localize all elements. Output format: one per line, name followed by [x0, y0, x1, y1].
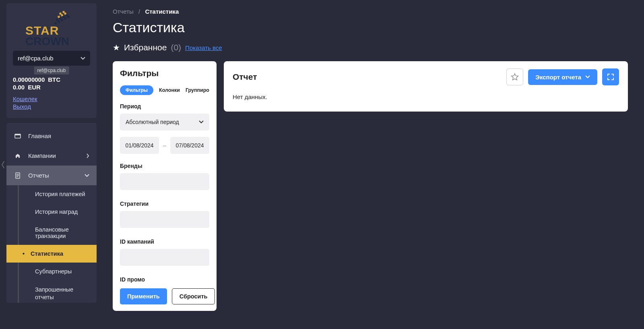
breadcrumb-root[interactable]: Отчеты	[113, 8, 134, 15]
nav-home[interactable]: Главная	[6, 126, 97, 146]
tab-filters[interactable]: Фильтры	[120, 85, 153, 95]
date-to[interactable]: 07/08/2024	[170, 137, 209, 154]
chevron-down-icon	[80, 57, 85, 60]
favorites-count: (0)	[171, 43, 181, 52]
collapse-handle[interactable]	[0, 159, 6, 170]
star-icon: ★	[113, 43, 120, 52]
favorite-report-button[interactable]	[506, 68, 523, 85]
period-label: Период	[120, 103, 209, 110]
apply-button[interactable]: Применить	[120, 288, 167, 304]
favorites-row: ★ Избранное (0) Показать все	[113, 43, 628, 52]
nav-campaigns[interactable]: Кампании	[6, 146, 97, 166]
subnav-payment-history[interactable]: История платежей	[18, 185, 97, 203]
export-report-button[interactable]: Экспорт отчета	[528, 69, 597, 85]
nav-reports[interactable]: Отчеты	[6, 166, 97, 185]
reset-button[interactable]: Сбросить	[172, 288, 215, 304]
subnav-rewards-history[interactable]: История наград	[18, 203, 97, 221]
period-select[interactable]: Абсолютный период	[120, 114, 209, 130]
nav-campaigns-label: Кампании	[28, 152, 56, 159]
breadcrumb: Отчеты / Статистика	[113, 8, 628, 15]
sidebar: STAR CROWN ref@cpa.club ref@cpa.club 0.0…	[6, 3, 97, 118]
nav-reports-label: Отчеты	[28, 172, 49, 179]
tab-group[interactable]: Группировать	[186, 87, 209, 93]
date-from[interactable]: 01/08/2024	[120, 137, 159, 154]
chevron-down-icon	[585, 75, 590, 79]
strategies-input[interactable]	[120, 211, 209, 228]
filters-title: Фильтры	[120, 68, 209, 78]
account-dropdown[interactable]: ref@cpa.club ref@cpa.club	[13, 51, 90, 66]
balance-eur: 0.00 EUR	[13, 84, 90, 91]
balance-btc: 0.00000000 BTC	[13, 76, 90, 83]
favorites-show-all[interactable]: Показать все	[185, 44, 222, 51]
reports-icon	[14, 172, 22, 179]
wallet-link[interactable]: Кошелек	[13, 95, 90, 102]
subnav-subpartners[interactable]: Субпартнеры	[18, 263, 97, 280]
nav: Главная Кампании Отчеты	[6, 123, 97, 303]
subnav-balance-tx[interactable]: Балансовые транзакции	[18, 221, 97, 245]
svg-text:CROWN: CROWN	[25, 35, 69, 47]
filter-tabs: Фильтры Колонки Группировать	[120, 85, 209, 95]
home-icon	[14, 133, 22, 139]
account-tooltip: ref@cpa.club	[34, 66, 69, 74]
fullscreen-button[interactable]	[602, 68, 619, 85]
breadcrumb-current: Статистика	[145, 8, 179, 15]
promo-ids-label: ID промо	[120, 276, 209, 283]
chevron-down-icon	[199, 120, 204, 124]
fullscreen-icon	[607, 73, 614, 81]
campaigns-icon	[14, 153, 22, 159]
nav-home-label: Главная	[28, 132, 51, 139]
logout-link[interactable]: Выход	[13, 103, 90, 110]
strategies-label: Стратегии	[120, 201, 209, 207]
chevron-down-icon	[85, 174, 89, 177]
report-panel: Отчет Экспорт отчета	[224, 61, 628, 112]
star-outline-icon	[511, 73, 519, 81]
logo: STAR CROWN	[6, 3, 97, 51]
favorites-label: Избранное	[124, 43, 167, 52]
subnav-statistics[interactable]: Статистика	[6, 245, 97, 263]
page-title: Статистика	[113, 20, 628, 35]
account-block: ref@cpa.club ref@cpa.club 0.00000000 BTC…	[6, 51, 97, 118]
campaign-ids-input[interactable]	[120, 249, 209, 266]
report-no-data: Нет данных.	[233, 93, 619, 100]
account-email: ref@cpa.club	[18, 55, 54, 62]
campaign-ids-label: ID кампаний	[120, 238, 209, 245]
report-title: Отчет	[233, 72, 257, 82]
svg-rect-17	[15, 134, 21, 135]
brands-input[interactable]	[120, 173, 209, 190]
brands-label: Бренды	[120, 163, 209, 169]
subnav-requested[interactable]: Запрошенные отчеты	[18, 280, 97, 303]
tab-columns[interactable]: Колонки	[159, 87, 180, 93]
main: Отчеты / Статистика Статистика ★ Избранн…	[103, 0, 644, 329]
chevron-right-icon	[86, 153, 89, 158]
filters-panel: Фильтры Фильтры Колонки Группировать Пер…	[113, 61, 217, 311]
